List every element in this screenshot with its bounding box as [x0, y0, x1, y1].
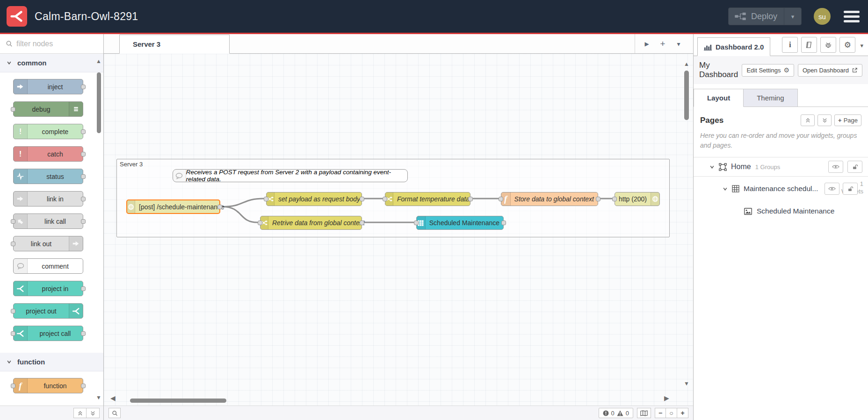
palette-node-link-out[interactable]: link out [13, 236, 83, 251]
flow-node-http-in[interactable]: [post] /schedule-maintenance [126, 199, 220, 214]
input-port[interactable] [11, 384, 15, 388]
palette-scroll-up-icon[interactable]: ▲ [96, 58, 101, 64]
notification-counts[interactable]: 0 0 [599, 408, 633, 418]
output-port[interactable] [81, 174, 86, 179]
input-port[interactable] [499, 197, 503, 201]
input-port[interactable] [414, 221, 419, 225]
output-port[interactable] [81, 197, 86, 201]
output-port[interactable] [81, 331, 86, 336]
open-dashboard-button[interactable]: Open Dashboard [798, 64, 862, 77]
move-page-up-button[interactable] [801, 114, 815, 126]
palette-category-function[interactable]: function [0, 353, 103, 371]
canvas-horizontal-scrollbar-thumb[interactable] [130, 399, 226, 403]
canvas-vertical-scrollbar-thumb[interactable] [684, 71, 689, 120]
user-avatar[interactable]: su [814, 8, 831, 25]
edit-settings-button[interactable]: Edit Settings ⚙ [742, 64, 794, 77]
palette-category-common[interactable]: common [0, 54, 103, 72]
sidebar-options-caret-icon[interactable]: ▾ [860, 42, 863, 49]
palette-scrollbar-thumb[interactable] [97, 72, 101, 133]
output-port[interactable] [596, 197, 600, 201]
palette-node-catch[interactable]: ! catch [13, 146, 83, 162]
input-port[interactable] [11, 309, 15, 313]
palette-filter-input[interactable]: filter nodes [0, 34, 103, 54]
palette-node-status[interactable]: status [13, 169, 83, 184]
visibility-eye-button[interactable] [828, 161, 843, 173]
unlock-button[interactable] [847, 161, 862, 173]
flow-tab-server-3[interactable]: Server 3 [119, 35, 230, 54]
tree-item-home[interactable]: Home 1 Groups [694, 157, 868, 177]
debug-bug-button[interactable] [820, 37, 836, 53]
tree-item-maintenance-group[interactable]: Maintenance schedul... 1 Widgets [694, 177, 868, 201]
palette-node-function[interactable]: f function [13, 378, 83, 393]
output-port[interactable] [81, 384, 86, 388]
output-port[interactable] [217, 205, 222, 209]
palette-node-project-out[interactable]: project out [13, 303, 83, 319]
palette-node-complete[interactable]: ! complete [13, 124, 83, 139]
add-flow-button[interactable]: + [656, 39, 670, 49]
output-port[interactable] [81, 219, 86, 224]
flow-node-set-payload[interactable]: set payload as request body [266, 192, 362, 206]
flowfuse-icon [14, 281, 28, 296]
flow-node-store-data[interactable]: f Store data to global context [501, 192, 598, 206]
palette-node-link-in[interactable]: link in [13, 191, 83, 206]
canvas-scroll-right-icon[interactable]: ▶ [664, 395, 669, 401]
input-port[interactable] [11, 219, 15, 224]
zoom-out-button[interactable]: − [655, 408, 666, 418]
flow-node-http-response[interactable]: http (200) [615, 192, 660, 206]
palette-node-project-call[interactable]: project call [13, 326, 83, 341]
palette-node-debug[interactable]: debug [13, 101, 83, 117]
palette-node-link-call[interactable]: link call [13, 214, 83, 229]
output-port[interactable] [81, 286, 86, 291]
flowfuse-logo[interactable] [7, 6, 27, 27]
output-port[interactable] [360, 221, 364, 225]
collapse-all-button[interactable] [73, 408, 87, 418]
output-port[interactable] [81, 85, 86, 89]
sidebar-tab-dashboard[interactable]: Dashboard 2.0 [697, 37, 770, 56]
canvas-scroll-down-icon[interactable]: ▼ [684, 381, 689, 386]
zoom-in-button[interactable]: + [677, 408, 688, 418]
docs-button[interactable] [801, 37, 817, 53]
output-port[interactable] [81, 152, 86, 157]
tab-theming[interactable]: Theming [744, 89, 797, 107]
output-port[interactable] [501, 221, 506, 225]
menu-icon[interactable] [844, 11, 860, 22]
output-port[interactable] [360, 197, 364, 201]
input-port[interactable] [11, 242, 15, 246]
canvas-scroll-left-icon[interactable]: ◀ [110, 395, 116, 401]
input-port[interactable] [612, 197, 617, 201]
palette-node-inject[interactable]: inject [13, 79, 83, 94]
tab-list-play-icon[interactable]: ▶ [640, 41, 654, 47]
flow-node-retrieve-data[interactable]: Retrive data from global context [260, 216, 362, 230]
flow-node-scheduled-maintenance[interactable]: Scheduled Maintenance [416, 216, 504, 230]
flow-canvas[interactable]: Server 3 Receives a POST request fr [104, 54, 693, 406]
output-port[interactable] [81, 129, 86, 134]
input-port[interactable] [383, 197, 387, 201]
info-button[interactable]: i [782, 37, 798, 53]
input-port[interactable] [258, 221, 262, 225]
deploy-button[interactable]: Deploy ▾ [728, 7, 802, 25]
flow-list-caret-icon[interactable]: ▾ [672, 40, 686, 48]
canvas-scroll-up-icon[interactable]: ▲ [684, 61, 689, 67]
palette-node-comment[interactable]: comment [13, 258, 83, 274]
flow-node-format-temperature[interactable]: Format temperature data. [385, 192, 470, 206]
zoom-reset-button[interactable]: ○ [666, 408, 677, 418]
visibility-eye-button[interactable] [825, 183, 839, 195]
tree-item-scheduled-maintenance-widget[interactable]: Scheduled Maintenance [694, 201, 868, 221]
flow-node-comment[interactable]: Receives a POST request from Server 2 wi… [173, 169, 408, 182]
palette-node-project-in[interactable]: project in [13, 281, 83, 296]
input-port[interactable] [11, 331, 15, 336]
minimap-button[interactable] [637, 408, 651, 418]
expand-all-button[interactable] [87, 408, 100, 418]
input-port[interactable] [11, 107, 15, 112]
input-port[interactable] [264, 197, 268, 201]
palette-scroll-down-icon[interactable]: ▼ [96, 395, 101, 400]
move-page-down-button[interactable] [817, 114, 832, 126]
add-page-button[interactable]: + Page [834, 114, 861, 126]
deploy-options-caret-icon[interactable]: ▾ [784, 13, 801, 20]
config-gear-button[interactable]: ⚙ [839, 37, 855, 53]
canvas-search-button[interactable] [108, 408, 121, 418]
tab-layout[interactable]: Layout [694, 89, 744, 107]
unlock-button[interactable] [843, 183, 858, 195]
node-palette: filter nodes common inject debug [0, 34, 104, 420]
output-port[interactable] [468, 197, 473, 201]
